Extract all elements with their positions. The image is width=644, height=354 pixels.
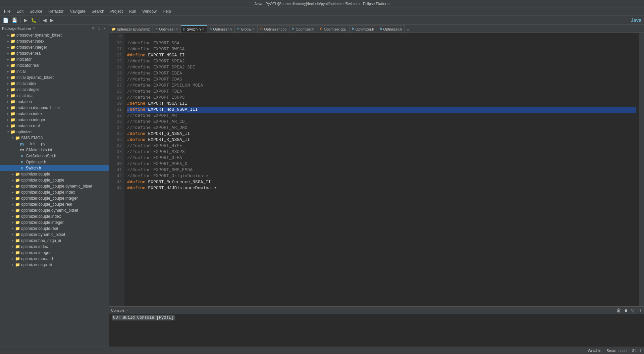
code-content[interactable]: //#define EXPORT_SGA//#define EXPORT_RWS… xyxy=(124,33,639,306)
tree-item-crossover-real[interactable]: ▸📁crossover.real xyxy=(0,50,109,56)
tree-expand-icon[interactable]: ▸ xyxy=(11,196,15,200)
tree-item-crossover-dynamic_bitset[interactable]: ▸📁crossover.dynamic_bitset xyxy=(0,32,109,38)
tree-expand-icon[interactable]: ▾ xyxy=(6,130,10,134)
tree-item-optimizer-couple_couple-real[interactable]: ▸📁optimizer.couple_couple.real xyxy=(0,201,109,207)
tree-item-mutation[interactable]: ▸📁mutation xyxy=(0,99,109,105)
sidebar-close[interactable]: × xyxy=(102,26,107,31)
tree-item-crossover-index[interactable]: ▸📁crossover.index xyxy=(0,38,109,44)
menu-file[interactable]: File xyxy=(1,8,13,14)
menu-project[interactable]: Project xyxy=(108,8,125,14)
tab-2[interactable]: hSwitch.h× xyxy=(181,25,207,33)
tree-expand-icon[interactable]: ▸ xyxy=(6,124,10,128)
tree-expand-icon[interactable]: ▸ xyxy=(6,75,10,80)
tree-item-CMakeLists-txt[interactable]: txtCMakeLists.txt xyxy=(0,147,109,153)
console-maximize[interactable]: □ xyxy=(637,307,642,314)
tree-expand-icon[interactable]: ▸ xyxy=(6,88,10,92)
tree-item-optimizer-couple-integer[interactable]: ▸📁optimizer.couple.integer xyxy=(0,219,109,225)
tree-item-indicator-real[interactable]: ▸📁indicator.real xyxy=(0,62,109,68)
tree-expand-icon[interactable]: ▸ xyxy=(6,112,10,116)
toolbar-run[interactable]: ▶ xyxy=(22,17,29,23)
tab-3[interactable]: hOptimizer.h xyxy=(207,25,235,33)
tree-item-crossover-integer[interactable]: ▸📁crossover.integer xyxy=(0,44,109,50)
tree-item-optimizer-couple-index[interactable]: ▸📁optimizer.couple.index xyxy=(0,213,109,219)
toolbar-new[interactable]: 📄 xyxy=(1,17,10,23)
tab-overflow-icon[interactable]: » xyxy=(405,27,412,33)
menu-navigate[interactable]: Navigate xyxy=(67,8,88,14)
tree-expand-icon[interactable]: ▸ xyxy=(6,82,10,86)
tree-expand-icon[interactable]: ▸ xyxy=(6,106,10,110)
tree-item-optimizer-nsga_iii[interactable]: ▸📁optimizer.nsga_iii xyxy=(0,262,109,268)
tree-item-GetSolutionSet-h[interactable]: hGetSolutionSet.h xyxy=(0,153,109,159)
tree-expand-icon[interactable]: ▸ xyxy=(11,184,15,188)
tree-expand-icon[interactable]: ▸ xyxy=(6,118,10,122)
tree-item-optimizer-dynamic_bitset[interactable]: ▸📁optimizer.dynamic_bitset xyxy=(0,232,109,238)
menu-refactor[interactable]: Refactor xyxy=(46,8,66,14)
tab-5[interactable]: COptimizer.cpp xyxy=(258,25,289,33)
tree-item-Switch-h[interactable]: hSwitch.h xyxy=(0,165,109,171)
tree-item-optimizer-couple_couple-index[interactable]: ▸📁optimizer.couple_couple.index xyxy=(0,189,109,195)
toolbar-debug[interactable]: 🐛 xyxy=(30,17,38,23)
menu-help[interactable]: Help xyxy=(160,8,174,14)
tree-expand-icon[interactable]: ▸ xyxy=(11,178,15,182)
tree-expand-icon[interactable]: ▸ xyxy=(6,45,10,49)
tree-item-initial[interactable]: ▸📁initial xyxy=(0,68,109,74)
console-tab-close[interactable]: × xyxy=(126,308,128,312)
tree-item-initial-real[interactable]: ▸📁initial.real xyxy=(0,93,109,99)
console-terminate[interactable]: ■ xyxy=(623,307,629,314)
tree-item-initial-index[interactable]: ▸📁initial.index xyxy=(0,81,109,87)
sidebar-maximize[interactable]: □ xyxy=(97,26,101,31)
tree-expand-icon[interactable]: ▸ xyxy=(11,245,15,249)
tree-item-optimizer-couple[interactable]: ▸📁optimizer.couple xyxy=(0,171,109,177)
tree-expand-icon[interactable]: ▸ xyxy=(11,226,15,231)
tree-expand-icon[interactable]: ▸ xyxy=(11,233,15,237)
console-minimize[interactable]: ▽ xyxy=(630,307,636,314)
tree-item-optimizer-couple-dynamic_bitset[interactable]: ▸📁optimizer.couple.dynamic_bitset xyxy=(0,207,109,213)
tree-expand-icon[interactable]: ▾ xyxy=(11,136,15,140)
tree-expand-icon[interactable]: ▸ xyxy=(6,39,10,43)
tree-expand-icon[interactable]: ▸ xyxy=(6,33,10,37)
tree-expand-icon[interactable]: ▸ xyxy=(11,202,15,206)
tree-expand-icon[interactable]: ▸ xyxy=(6,69,10,73)
tab-8[interactable]: hOptimizer.h xyxy=(350,25,377,33)
tab-6[interactable]: hOptimizer.h xyxy=(289,25,317,33)
tree-item-__init__-py[interactable]: py__init__.py xyxy=(0,141,109,147)
tree-item-optimizer-couple_couple-integer[interactable]: ▸📁optimizer.couple_couple.integer xyxy=(0,195,109,201)
tab-7[interactable]: COptimizer.cpp xyxy=(317,25,349,33)
tree-item-initial-integer[interactable]: ▸📁initial.integer xyxy=(0,87,109,93)
tree-item-optimizer-couple_couple-dynamic_bitset[interactable]: ▸📁optimizer.couple_couple.dynamic_bitset xyxy=(0,183,109,189)
tree-item-optimizer-integer[interactable]: ▸📁optimizer.integer xyxy=(0,250,109,256)
menu-run[interactable]: Run xyxy=(126,8,139,14)
tree-item-Optimizer-h[interactable]: hOptimizer.h xyxy=(0,159,109,165)
tree-item-optimizer-hou_nsga_iii[interactable]: ▸📁optimizer.hou_nsga_iii xyxy=(0,238,109,244)
toolbar-back[interactable]: ◀ xyxy=(42,17,48,23)
toolbar-forward[interactable]: ▶ xyxy=(49,17,55,23)
tab-close-button[interactable]: × xyxy=(202,28,204,31)
menu-edit[interactable]: Edit xyxy=(14,8,26,14)
tab-4[interactable]: hGlobal.h xyxy=(235,25,258,33)
code-editor[interactable]: 1920212223242526272829303132333435363738… xyxy=(109,33,644,306)
tree-item-mutation-index[interactable]: ▸📁mutation.index xyxy=(0,111,109,117)
tree-expand-icon[interactable]: ▸ xyxy=(6,51,10,55)
tree-item-optimizer-index[interactable]: ▸📁optimizer.index xyxy=(0,244,109,250)
tree-item-optimizer-couple-real[interactable]: ▸📁optimizer.couple.real xyxy=(0,225,109,232)
console-clear[interactable]: 🗑 xyxy=(615,307,623,314)
tree-expand-icon[interactable]: ▸ xyxy=(6,94,10,98)
tab-0[interactable]: 📁optimizer (pyoptimiz xyxy=(109,25,153,33)
tree-expand-icon[interactable]: ▸ xyxy=(11,214,15,218)
tree-expand-icon[interactable]: ▸ xyxy=(11,190,15,194)
tree-item-optimizer-moea_d[interactable]: ▸📁optimizer.moea_d xyxy=(0,256,109,262)
tree-expand-icon[interactable]: ▸ xyxy=(11,220,15,224)
tab-1[interactable]: hOptimizer.h xyxy=(153,25,181,33)
menu-window[interactable]: Window xyxy=(140,8,159,14)
tree-expand-icon[interactable]: ▸ xyxy=(11,172,15,176)
tree-expand-icon[interactable]: ▸ xyxy=(6,100,10,104)
toolbar-save[interactable]: 💾 xyxy=(10,17,19,23)
tab-9[interactable]: hOptimizer.h xyxy=(377,25,405,33)
tree-item-indicator[interactable]: ▸📁indicator xyxy=(0,56,109,62)
toolbar-java[interactable]: Java xyxy=(630,17,643,23)
tree-expand-icon[interactable]: ▸ xyxy=(6,57,10,61)
menu-source[interactable]: Source xyxy=(27,8,45,14)
tree-expand-icon[interactable]: ▸ xyxy=(11,251,15,255)
tree-expand-icon[interactable]: ▸ xyxy=(11,257,15,261)
sidebar-minimize[interactable]: ▽ xyxy=(91,26,96,31)
